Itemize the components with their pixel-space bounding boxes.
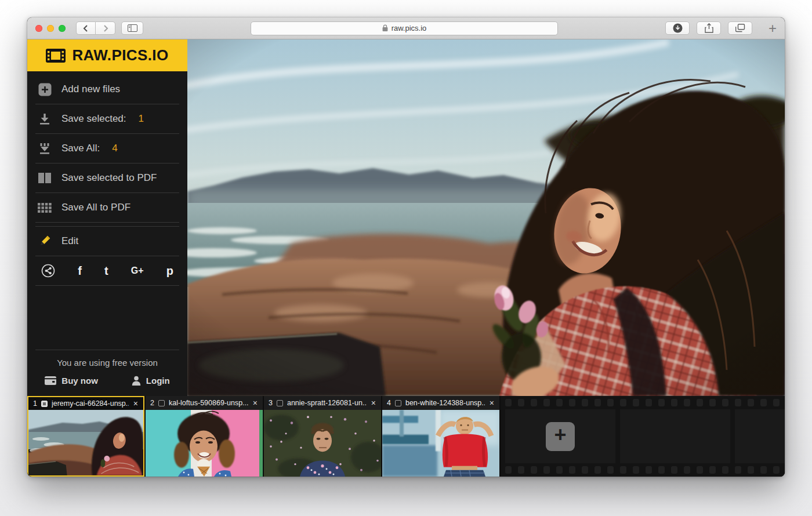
minimize-window-button[interactable] xyxy=(47,25,54,32)
browser-window: raw.pics.io + xyxy=(27,17,785,477)
download-all-icon xyxy=(37,142,52,155)
tab-overview-button[interactable] xyxy=(728,21,752,35)
menu-item-edit[interactable]: Edit xyxy=(27,227,187,256)
thumbnail-index: 3 xyxy=(269,399,273,407)
film-frame xyxy=(620,409,730,463)
thumbnail-close-button[interactable]: × xyxy=(371,399,376,407)
menu-item-add-new-files[interactable]: Add new files xyxy=(27,75,187,104)
buy-now-label: Buy now xyxy=(61,376,98,386)
thumbnail-index: 1 xyxy=(33,399,37,408)
thumbnail-index: 2 xyxy=(150,399,154,407)
pages-icon xyxy=(37,173,52,183)
google-plus-icon[interactable]: G+ xyxy=(131,266,144,276)
menu-label: Save selected: xyxy=(61,113,126,125)
sidebar-menu: Add new files Save selected:1 Save All:4 xyxy=(27,71,187,286)
plus-box-icon xyxy=(37,83,52,96)
share-icon xyxy=(705,23,713,33)
film-empty-frames: + xyxy=(505,409,785,463)
zoom-window-button[interactable] xyxy=(59,25,66,32)
pencil-icon xyxy=(37,235,52,248)
address-bar[interactable]: raw.pics.io xyxy=(251,21,558,35)
thumbnail-index: 4 xyxy=(387,399,391,407)
share-button[interactable] xyxy=(697,21,721,35)
thumbnail-filename: ben-white-124388-unsp... xyxy=(405,399,485,407)
thumbnail-photo-flowers xyxy=(264,410,381,477)
thumbnail-photo-coast xyxy=(28,410,143,475)
menu-label: Edit xyxy=(61,235,78,247)
back-button[interactable] xyxy=(76,21,96,35)
film-sprocket-holes-top xyxy=(505,399,782,406)
main-photo xyxy=(187,39,785,396)
app-title: RAW.PICS.IO xyxy=(72,46,168,64)
menu-label: Add new files xyxy=(61,83,120,95)
user-icon xyxy=(132,376,141,386)
menu-label: Save selected to PDF xyxy=(61,172,157,184)
thumbnail-checkbox[interactable] xyxy=(277,400,283,406)
chevron-right-icon xyxy=(102,24,109,32)
thumbnail-checkbox[interactable] xyxy=(41,401,48,407)
login-label: Login xyxy=(146,376,170,386)
thumbnail-header: 4 ben-white-124388-unsp... × xyxy=(382,396,499,410)
thumbnail-close-button[interactable]: × xyxy=(489,399,495,407)
menu-item-save-all-pdf[interactable]: Save All to PDF xyxy=(27,193,187,222)
thumbnail-close-button[interactable]: × xyxy=(252,399,258,407)
thumbnail-photo-boy xyxy=(382,410,499,477)
lock-icon xyxy=(382,24,388,32)
thumbnail-filename: annie-spratt-126081-un... xyxy=(287,399,367,407)
sidebar-toggle-button[interactable] xyxy=(121,21,143,35)
thumbnail-checkbox[interactable] xyxy=(395,400,401,406)
pinterest-icon[interactable]: p xyxy=(166,264,173,278)
download-circle-icon xyxy=(673,23,683,33)
main-photo-canvas xyxy=(187,39,785,396)
film-frame xyxy=(735,409,785,463)
save-all-count: 4 xyxy=(112,143,117,154)
account-row: Buy now Login xyxy=(27,371,187,396)
download-icon xyxy=(37,112,52,125)
thumbnail-checkbox[interactable] xyxy=(158,400,165,406)
share-row: f t G+ p xyxy=(27,256,187,285)
downloads-button[interactable] xyxy=(665,21,690,35)
menu-item-save-selected[interactable]: Save selected:1 xyxy=(27,104,187,133)
thumbnail-header: 2 kal-loftus-590869-unsp... × xyxy=(146,396,263,410)
share-circle-icon[interactable] xyxy=(41,264,55,278)
film-sprocket-holes-bottom xyxy=(505,466,782,474)
thumbnail-photo-icecream xyxy=(146,410,263,477)
forward-button[interactable] xyxy=(96,21,115,35)
filmstrip-logo-icon xyxy=(46,49,66,63)
menu-label: Save All: xyxy=(61,143,100,154)
thumbnail-filename: kal-loftus-590869-unsp... xyxy=(169,399,248,407)
thumbnail-ben-white[interactable]: 4 ben-white-124388-unsp... × xyxy=(382,396,499,477)
wallet-icon xyxy=(45,376,56,385)
thumbnail-annie-spratt[interactable]: 3 annie-spratt-126081-un... × xyxy=(264,396,381,477)
facebook-icon[interactable]: f xyxy=(78,264,82,278)
thumbnail-header: 1 jeremy-cai-66284-unsp... × xyxy=(28,397,143,410)
sidebar-icon xyxy=(128,24,137,32)
browser-toolbar: raw.pics.io + xyxy=(27,17,785,39)
thumbnail-close-button[interactable]: × xyxy=(133,399,139,408)
thumbnail-filename: jeremy-cai-66284-unsp... xyxy=(52,399,129,408)
app-logo[interactable]: RAW.PICS.IO xyxy=(27,39,187,71)
url-text: raw.pics.io xyxy=(392,24,427,32)
buy-now-button[interactable]: Buy now xyxy=(45,376,98,386)
thumbnail-header: 3 annie-spratt-126081-un... × xyxy=(264,396,381,410)
save-selected-count: 1 xyxy=(139,113,144,125)
traffic-lights xyxy=(35,25,66,32)
free-version-note: You are using free version xyxy=(27,350,187,371)
grid-icon xyxy=(37,203,52,213)
chevron-left-icon xyxy=(82,24,89,32)
login-button[interactable]: Login xyxy=(132,376,170,386)
menu-item-save-all[interactable]: Save All:4 xyxy=(27,134,187,163)
tumblr-icon[interactable]: t xyxy=(104,264,108,278)
menu-item-save-selected-pdf[interactable]: Save selected to PDF xyxy=(27,163,187,192)
close-window-button[interactable] xyxy=(35,25,42,32)
tabs-icon xyxy=(735,24,745,32)
filmstrip: 1 jeremy-cai-66284-unsp... × xyxy=(27,396,785,477)
sidebar: RAW.PICS.IO Add new files Save selected:… xyxy=(27,39,187,396)
new-tab-button[interactable]: + xyxy=(768,21,777,35)
add-files-button[interactable]: + xyxy=(546,422,575,451)
filmstrip-empty-area: + xyxy=(501,396,785,477)
menu-label: Save All to PDF xyxy=(61,202,130,213)
film-frame: + xyxy=(505,409,615,463)
thumbnail-jeremy-cai[interactable]: 1 jeremy-cai-66284-unsp... × xyxy=(27,396,144,477)
thumbnail-kal-loftus[interactable]: 2 kal-loftus-590869-unsp... × xyxy=(146,396,263,477)
